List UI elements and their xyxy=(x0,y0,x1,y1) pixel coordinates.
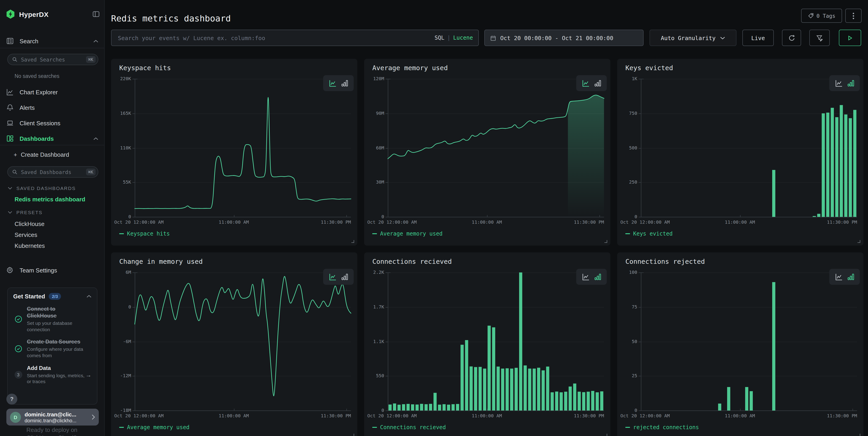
y-axis-tick-label: 90M xyxy=(366,111,384,116)
saved-searches-input[interactable] xyxy=(20,56,86,63)
chevron-down-icon xyxy=(8,187,12,190)
chevron-up-icon[interactable] xyxy=(87,295,92,298)
saved-dashboards-input[interactable] xyxy=(20,168,86,176)
bell-icon xyxy=(6,104,14,111)
x-axis-tick-label: Oct 20 12:00:00 AM xyxy=(620,220,670,225)
sidebar-item-alerts[interactable]: Alerts xyxy=(0,102,105,113)
saved-dashboards-input-wrap: ⌘K xyxy=(7,166,98,178)
sidebar-item-redis-metrics-dashboard[interactable]: Redis metrics dashboard xyxy=(14,196,96,203)
granularity-select[interactable]: Auto Granularity xyxy=(650,30,737,46)
search-icon xyxy=(12,57,17,62)
resize-handle[interactable] xyxy=(604,240,607,243)
chart-card-keys-evicted: Keys evicted 02505007501KOct 20 12:00:00… xyxy=(617,59,863,245)
line-view-icon[interactable] xyxy=(582,80,589,87)
legend-swatch xyxy=(119,233,124,234)
x-axis-tick-label: 11:30:00 PM xyxy=(827,220,857,225)
bar-view-icon[interactable] xyxy=(847,273,854,281)
resize-handle[interactable] xyxy=(351,240,354,243)
laptop-icon xyxy=(6,119,14,127)
event-search-input[interactable] xyxy=(117,34,434,42)
sidebar-item-chart-explorer[interactable]: Chart Explorer xyxy=(0,87,105,97)
y-axis-tick-label: 0 xyxy=(366,214,384,219)
filter-button[interactable] xyxy=(809,30,830,46)
chevron-up-icon[interactable] xyxy=(93,137,98,140)
create-dashboard-button[interactable]: +Create Dashboard xyxy=(14,151,96,158)
check-circle-icon xyxy=(13,345,23,353)
chart-legend: Average memory used xyxy=(372,231,443,237)
avatar: D xyxy=(10,412,21,423)
bar-view-icon[interactable] xyxy=(594,273,601,281)
chart-plot[interactable]: 0255075100Oct 20 12:00:00 AM11:00:00 AM1… xyxy=(617,253,863,436)
sidebar-collapse-icon[interactable] xyxy=(92,10,100,18)
x-axis-tick-label: 11:30:00 PM xyxy=(321,413,351,418)
y-axis-tick-label: 2.2K xyxy=(366,270,384,275)
saved-searches-input-wrap: ⌘K xyxy=(7,54,98,65)
y-axis-tick-label: 0 xyxy=(366,408,384,413)
x-axis-tick-label: Oct 20 12:00:00 AM xyxy=(367,220,417,225)
date-range-picker[interactable]: Oct 20 00:00:00 - Oct 21 00:00:00 xyxy=(484,30,644,46)
sidebar-item-clickhouse[interactable]: ClickHouse xyxy=(14,221,96,227)
user-menu[interactable]: D dominic.tran@clic... dominic.tran@clic… xyxy=(6,409,99,426)
event-search-wrap: SQL|Lucene xyxy=(111,30,479,46)
resize-handle[interactable] xyxy=(351,434,354,436)
live-button[interactable]: Live xyxy=(742,30,774,46)
y-axis-tick-label: 25 xyxy=(619,373,637,378)
chart-legend: Keys evicted xyxy=(625,231,673,237)
refresh-button[interactable] xyxy=(782,30,801,46)
y-axis-tick-label: 75 xyxy=(619,304,637,309)
chevron-up-icon[interactable] xyxy=(93,39,98,42)
legend-swatch xyxy=(625,233,630,234)
dashboard-menu-button[interactable] xyxy=(845,9,862,23)
chart-view-toggle xyxy=(829,75,860,91)
bar-view-icon[interactable] xyxy=(847,80,854,87)
hyperdx-logo-icon xyxy=(5,9,16,19)
bar-view-icon[interactable] xyxy=(341,273,348,281)
sidebar-item-client-sessions[interactable]: Client Sessions xyxy=(0,118,105,128)
line-view-icon[interactable] xyxy=(835,273,842,281)
y-axis-tick-label: 500 xyxy=(619,145,637,150)
chevron-right-icon xyxy=(92,414,95,420)
x-axis-tick-label: 11:00:00 AM xyxy=(725,413,755,418)
bar-view-icon[interactable] xyxy=(594,80,601,87)
chart-view-toggle xyxy=(323,75,354,91)
clickhouse-cloud-promo: Ready to deploy on ClickHouse Cloud? xyxy=(26,426,78,436)
get-started-step-sources[interactable]: Create Data Sources Configure where your… xyxy=(13,339,92,359)
lucene-mode-toggle[interactable]: Lucene xyxy=(453,35,473,41)
sidebar-item-kubernetes[interactable]: Kubernetes xyxy=(14,242,96,249)
resize-handle[interactable] xyxy=(858,240,860,243)
sql-mode-toggle[interactable]: SQL xyxy=(434,35,444,41)
chart-view-toggle xyxy=(323,269,354,285)
line-view-icon[interactable] xyxy=(329,273,336,281)
chart-plot[interactable]: -18M-12M-6M06MOct 20 12:00:00 AM11:00:00… xyxy=(111,253,357,436)
line-view-icon[interactable] xyxy=(835,80,842,87)
resize-handle[interactable] xyxy=(604,434,607,436)
page-title: Redis metrics dashboard xyxy=(111,13,231,23)
play-icon xyxy=(847,35,853,41)
sidebar-item-services[interactable]: Services xyxy=(14,231,96,238)
get-started-step-connect[interactable]: Connect to ClickHouse Set up your databa… xyxy=(13,306,92,333)
y-axis-tick-label: 60M xyxy=(366,145,384,150)
bar-view-icon[interactable] xyxy=(341,80,348,87)
saved-dashboards-section-header[interactable]: SAVED DASHBOARDS xyxy=(8,185,76,191)
line-view-icon[interactable] xyxy=(329,80,336,87)
chart-plot[interactable]: 02505007501KOct 20 12:00:00 AM11:00:00 A… xyxy=(617,59,863,245)
run-query-button[interactable] xyxy=(839,30,861,46)
get-started-step-add-data[interactable]: 3 Add Data Start sending logs, metrics, … xyxy=(13,365,92,385)
presets-section-header[interactable]: PRESETS xyxy=(8,210,42,215)
sidebar-item-dashboards[interactable]: Dashboards xyxy=(0,133,105,144)
y-axis-tick-label: 1.7K xyxy=(366,304,384,309)
help-button[interactable]: ? xyxy=(6,394,17,405)
x-axis-tick-label: 11:30:00 PM xyxy=(574,220,604,225)
tags-button[interactable]: 0 Tags xyxy=(801,9,842,23)
chart-plot[interactable]: 030M60M90M120MOct 20 12:00:00 AM11:00:00… xyxy=(364,59,610,245)
x-axis-tick-label: 11:00:00 AM xyxy=(219,413,249,418)
line-view-icon[interactable] xyxy=(582,273,589,281)
sidebar-item-search[interactable]: Search xyxy=(0,35,105,47)
resize-handle[interactable] xyxy=(858,434,860,436)
chart-plot[interactable]: 055K110K165K220KOct 20 12:00:00 AM11:00:… xyxy=(111,59,357,245)
y-axis-tick-label: -12M xyxy=(113,373,131,378)
chart-plot[interactable]: 05501.1K1.7K2.2KOct 20 12:00:00 AM11:00:… xyxy=(364,253,610,436)
app-name: HyperDX xyxy=(19,10,49,18)
sidebar-item-team-settings[interactable]: Team Settings xyxy=(0,265,105,275)
y-axis-tick-label: 750 xyxy=(619,111,637,116)
